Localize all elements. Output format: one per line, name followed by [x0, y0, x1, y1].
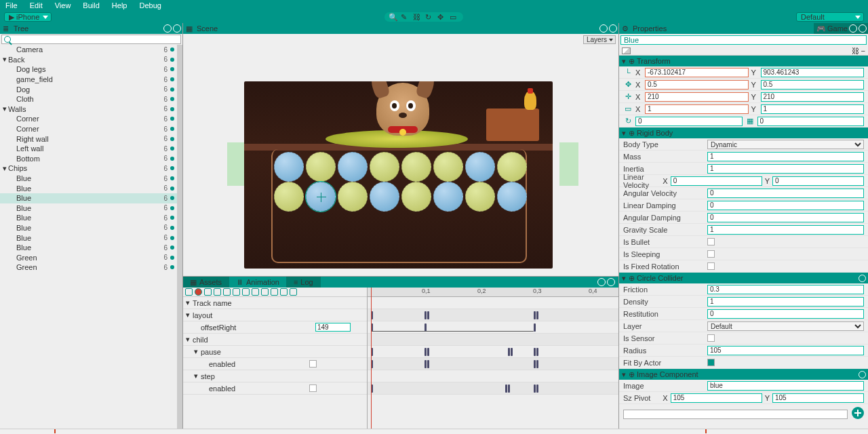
- linvel-y-input[interactable]: [772, 176, 864, 186]
- chip[interactable]: [497, 152, 527, 182]
- pos-x-input[interactable]: [645, 68, 749, 77]
- timeline-ruler[interactable]: 0,10,20,30,40,50,60,7: [368, 288, 618, 297]
- props-min-icon[interactable]: [849, 24, 857, 33]
- radius-input[interactable]: [707, 346, 864, 355]
- anchor-x-input[interactable]: [645, 104, 749, 114]
- anim-edit-icon[interactable]: [185, 288, 193, 296]
- chip[interactable]: [401, 182, 431, 212]
- tool-move-icon[interactable]: ✥: [437, 13, 447, 21]
- chip[interactable]: [306, 152, 336, 182]
- tree-item[interactable]: Dog6: [0, 84, 177, 94]
- game-tab[interactable]: 🎮Game: [814, 23, 868, 34]
- anim-track-row[interactable]: offsetRight: [183, 321, 367, 334]
- section-transform[interactable]: ▾⊕ Transform: [619, 56, 868, 66]
- anim-next-icon[interactable]: [233, 288, 240, 296]
- scene-close-icon[interactable]: [609, 24, 617, 33]
- tab-assets[interactable]: ▦Assets: [183, 277, 229, 288]
- lindamp-input[interactable]: [707, 201, 864, 210]
- scene-min-icon[interactable]: [599, 24, 608, 33]
- tree-min-icon[interactable]: [163, 24, 172, 33]
- chip[interactable]: [433, 182, 463, 212]
- menu-file[interactable]: File: [5, 1, 18, 9]
- size-x-input[interactable]: [645, 92, 749, 102]
- sleeping-checkbox[interactable]: [707, 250, 715, 258]
- tab-animation[interactable]: ⏸Animation: [229, 277, 287, 288]
- add-component-button[interactable]: [852, 407, 864, 419]
- tree-item[interactable]: Cloth6: [0, 94, 177, 104]
- layers-dropdown[interactable]: Layers: [583, 35, 616, 44]
- linvel-x-input[interactable]: [671, 176, 762, 186]
- rot-y-input[interactable]: [757, 117, 865, 126]
- mass-input[interactable]: [707, 152, 864, 161]
- chip[interactable]: [433, 152, 463, 182]
- tree-item[interactable]: Bottom6: [0, 154, 177, 164]
- anim-track-row[interactable]: ▾pause: [183, 346, 367, 358]
- anim-track-row[interactable]: ▾child: [183, 334, 367, 346]
- timeline-lane[interactable]: [368, 358, 618, 370]
- scale-x-input[interactable]: [645, 80, 749, 90]
- tool-refresh-icon[interactable]: ↻: [425, 13, 435, 21]
- chip[interactable]: [338, 182, 368, 212]
- link-icon[interactable]: ⛓: [852, 47, 859, 55]
- tree-item[interactable]: Blue6: [0, 213, 177, 223]
- tree-item[interactable]: ▾Walls6: [0, 104, 177, 115]
- tree-item[interactable]: Corner6: [0, 124, 177, 134]
- tree-item[interactable]: Blue6: [0, 183, 177, 193]
- scale-y-input[interactable]: [761, 80, 865, 90]
- chip[interactable]: [465, 182, 495, 212]
- restitution-input[interactable]: [707, 309, 864, 319]
- anim-track-row[interactable]: ▾step: [183, 370, 367, 382]
- minus-icon[interactable]: −: [861, 47, 865, 55]
- tree-item[interactable]: Green6: [0, 252, 177, 262]
- anim-last-icon[interactable]: [242, 288, 250, 296]
- device-dropdown[interactable]: ▶iPhone: [4, 12, 52, 22]
- section-image[interactable]: ▾⊕ Image Component: [619, 369, 868, 380]
- density-input[interactable]: [707, 297, 864, 307]
- anchor-y-input[interactable]: [761, 104, 865, 114]
- chip[interactable]: [497, 182, 527, 212]
- pivot-y-input[interactable]: [772, 393, 864, 403]
- pos-y-input[interactable]: [761, 68, 865, 77]
- tree-item[interactable]: Blue6: [0, 243, 177, 253]
- inertia-input[interactable]: [707, 164, 864, 174]
- object-name-input[interactable]: [620, 35, 867, 45]
- anim-play-icon[interactable]: [223, 288, 231, 296]
- remove-image-icon[interactable]: [859, 371, 866, 378]
- anim-track-row[interactable]: ▾layout: [183, 309, 367, 321]
- chip[interactable]: [338, 152, 368, 182]
- angdamp-input[interactable]: [707, 213, 864, 222]
- tab-log[interactable]: ≡Log: [287, 277, 321, 288]
- tree-item[interactable]: game_field6: [0, 75, 177, 85]
- anim-track-row[interactable]: enabled: [183, 358, 367, 370]
- anim-opts-icon[interactable]: [290, 288, 297, 296]
- timeline-lane[interactable]: [368, 382, 618, 395]
- pivot-x-input[interactable]: [671, 393, 762, 403]
- tool-edit-icon[interactable]: ✎: [401, 13, 410, 21]
- tree-close-icon[interactable]: [173, 24, 181, 33]
- chip[interactable]: [370, 152, 399, 182]
- tree-item[interactable]: Dog legs6: [0, 64, 177, 75]
- section-rigidbody[interactable]: ▾⊕ Rigid Body: [619, 127, 868, 138]
- tree-scrollbar[interactable]: [177, 45, 182, 429]
- anim-scale-icon[interactable]: [280, 288, 288, 296]
- timeline-lane[interactable]: [368, 346, 618, 358]
- menu-debug[interactable]: Debug: [139, 1, 161, 9]
- menu-build[interactable]: Build: [83, 1, 99, 9]
- tree-item[interactable]: Blue6: [0, 223, 177, 233]
- props-close-icon[interactable]: [859, 24, 867, 33]
- fitactor-checkbox[interactable]: [707, 359, 715, 366]
- add-component-search[interactable]: [623, 410, 848, 419]
- tree-item[interactable]: Right wall6: [0, 134, 177, 144]
- chip[interactable]: [274, 182, 304, 212]
- layout-dropdown[interactable]: Default: [796, 12, 864, 22]
- chip[interactable]: [274, 152, 304, 182]
- bodytype-select[interactable]: Dynamic: [707, 140, 864, 149]
- rot-x-input[interactable]: [635, 117, 743, 126]
- tree-item[interactable]: Corner6: [0, 114, 177, 124]
- chip-selected[interactable]: [306, 182, 336, 212]
- tree-item[interactable]: Left wall6: [0, 144, 177, 154]
- bullet-checkbox[interactable]: [707, 238, 715, 245]
- tree-item[interactable]: ▾Chips6: [0, 163, 177, 174]
- tree-item[interactable]: Green6: [0, 262, 177, 273]
- anim-first-icon[interactable]: [204, 288, 212, 296]
